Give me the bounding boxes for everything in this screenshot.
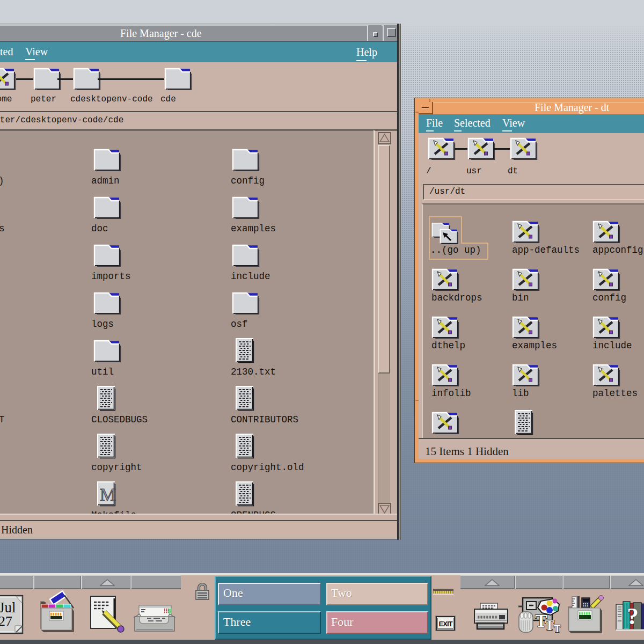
svg-text:T: T xyxy=(554,623,561,633)
svg-text:?: ? xyxy=(627,603,639,630)
svg-text:27: 27 xyxy=(0,613,12,629)
svg-text:T: T xyxy=(545,617,554,633)
